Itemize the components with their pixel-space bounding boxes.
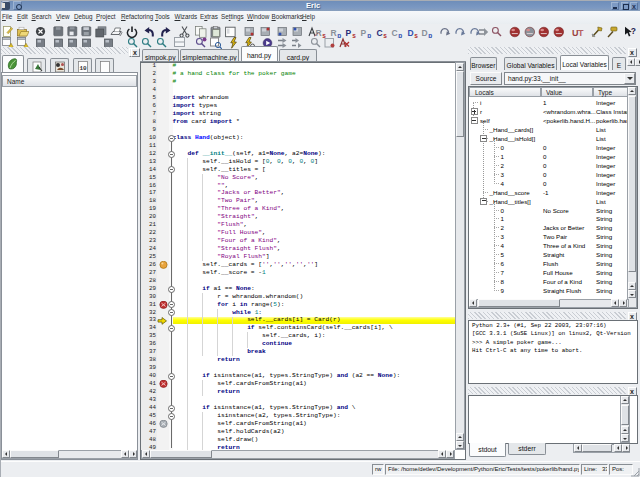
svg-text:T: T: [578, 28, 584, 38]
svg-text:D: D: [422, 28, 428, 38]
svg-text:?: ?: [630, 26, 635, 36]
svg-text:P: P: [360, 28, 366, 38]
svg-text:10: 10: [79, 64, 87, 71]
svg-text:C: C: [377, 28, 383, 38]
svg-text:C: C: [391, 28, 397, 38]
svg-text:s: s: [383, 32, 387, 39]
svg-text:D: D: [407, 28, 413, 38]
svg-text:s: s: [414, 32, 418, 39]
svg-text:p: p: [367, 32, 371, 39]
svg-text:p: p: [398, 32, 402, 39]
svg-text:s: s: [352, 32, 356, 39]
svg-text:p: p: [428, 32, 432, 39]
